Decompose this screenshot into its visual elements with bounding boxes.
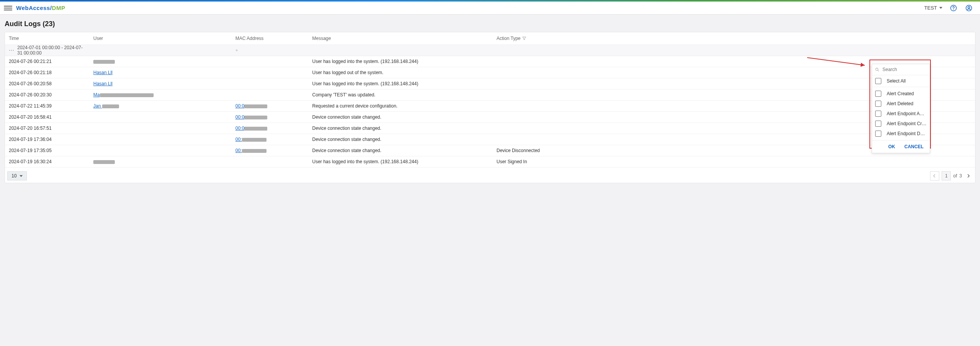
cell-message: Requested a current device configuration… bbox=[308, 103, 493, 109]
mac-link[interactable]: 00: bbox=[235, 137, 267, 142]
checkbox-icon[interactable] bbox=[875, 131, 881, 137]
user-link[interactable]: Jan bbox=[93, 103, 119, 109]
table-row[interactable]: 2024-07-26 00:20:58Hasan LllUser has log… bbox=[5, 78, 975, 89]
filter-option[interactable]: Alert Endpoint Deleted bbox=[872, 129, 930, 139]
col-time[interactable]: Time bbox=[5, 36, 89, 41]
table-row[interactable]: 2024-07-19 16:30:24User has logged into … bbox=[5, 156, 975, 167]
user-link[interactable]: Ma bbox=[93, 92, 154, 98]
table-row[interactable]: 2024-07-20 16:58:4100:0Device connection… bbox=[5, 112, 975, 123]
current-page-input[interactable]: 1 bbox=[942, 171, 951, 180]
table-row[interactable]: 2024-07-26 00:21:21User has logged into … bbox=[5, 56, 975, 67]
cell-time: 2024-07-26 00:21:18 bbox=[5, 70, 89, 75]
cell-message: User has logged into the system. (192.16… bbox=[308, 81, 493, 86]
page-size-select[interactable]: 10 bbox=[7, 171, 27, 180]
mac-link[interactable]: 00:0 bbox=[235, 114, 267, 120]
cell-time: 2024-07-26 00:21:21 bbox=[5, 59, 89, 64]
help-button[interactable] bbox=[949, 4, 958, 12]
cell-message: Company 'TEST' was updated. bbox=[308, 92, 493, 98]
total-pages: 3 bbox=[959, 173, 962, 179]
cell-time: 2024-07-19 17:36:04 bbox=[5, 137, 89, 142]
time-range-filter[interactable]: ⋯ 2024-07-01 00:00:00 - 2024-07-31 00:00… bbox=[5, 45, 89, 56]
filter-placeholder-icon: ⌖ bbox=[235, 48, 238, 53]
table-row[interactable]: 2024-07-22 11:45:39Jan 00:0Requested a c… bbox=[5, 101, 975, 112]
filter-option-label: Alert Endpoint Deleted bbox=[887, 131, 927, 136]
pagination: 1 of 3 bbox=[930, 171, 973, 180]
table-row[interactable]: 2024-07-19 17:35:0500:Device connection … bbox=[5, 145, 975, 156]
checkbox-icon[interactable] bbox=[875, 121, 881, 127]
cell-mac: 00: bbox=[232, 137, 308, 142]
cell-mac: 00:0 bbox=[232, 126, 308, 131]
cell-time: 2024-07-22 11:45:39 bbox=[5, 103, 89, 109]
col-action-type-label: Action Type bbox=[497, 36, 520, 41]
table-row[interactable]: 2024-07-20 16:57:5100:0Device connection… bbox=[5, 123, 975, 134]
prev-page-button[interactable] bbox=[930, 171, 939, 180]
cell-user bbox=[89, 59, 232, 64]
menu-toggle-button[interactable] bbox=[4, 4, 12, 12]
filter-icon bbox=[522, 36, 526, 41]
cell-message: Device connection state changed. bbox=[308, 126, 493, 131]
user-link[interactable] bbox=[93, 159, 115, 164]
checkbox-icon[interactable] bbox=[875, 91, 881, 97]
account-button[interactable] bbox=[965, 4, 973, 12]
account-circle-icon bbox=[965, 4, 973, 12]
table-row[interactable]: 2024-07-19 17:36:0400:Device connection … bbox=[5, 134, 975, 145]
svg-point-1 bbox=[953, 9, 954, 10]
filter-search[interactable] bbox=[872, 64, 930, 75]
table-row[interactable]: 2024-07-26 00:20:30MaCompany 'TEST' was … bbox=[5, 89, 975, 101]
user-link[interactable]: Hasan Lll bbox=[93, 70, 113, 75]
app-logo: WebAccess/DMP bbox=[16, 5, 65, 11]
cell-action-type: Device Disconnected bbox=[493, 148, 593, 153]
select-all-option[interactable]: Select All bbox=[872, 75, 930, 87]
mac-filter[interactable]: ⌖ bbox=[232, 48, 308, 53]
logo-text-b: DMP bbox=[52, 5, 65, 11]
svg-line-6 bbox=[878, 70, 879, 71]
filter-option[interactable]: Alert Created bbox=[872, 89, 930, 99]
col-mac[interactable]: MAC Address bbox=[232, 36, 308, 41]
cell-action-type: User Signed In bbox=[493, 159, 593, 164]
cell-message: User has logged out of the system. bbox=[308, 70, 493, 75]
chevron-left-icon bbox=[933, 174, 937, 178]
select-all-label: Select All bbox=[887, 78, 906, 84]
cell-user: Hasan Lll bbox=[89, 81, 232, 86]
user-link[interactable] bbox=[93, 59, 115, 64]
cell-message: User has logged into the system. (192.16… bbox=[308, 59, 493, 64]
checkbox-icon[interactable] bbox=[875, 78, 881, 84]
cell-user: Jan bbox=[89, 103, 232, 109]
filter-ok-button[interactable]: OK bbox=[886, 144, 897, 150]
col-action-type[interactable]: Action Type bbox=[493, 36, 593, 41]
cell-message: User has logged into the system. (192.16… bbox=[308, 159, 493, 164]
mac-link[interactable]: 00: bbox=[235, 148, 267, 153]
help-icon bbox=[950, 4, 957, 12]
mac-link[interactable]: 00:0 bbox=[235, 103, 267, 109]
col-message[interactable]: Message bbox=[308, 36, 493, 41]
mac-link[interactable]: 00:0 bbox=[235, 126, 267, 131]
page-size-value: 10 bbox=[12, 173, 17, 179]
page-title: Audit Logs (23) bbox=[5, 20, 975, 28]
checkbox-icon[interactable] bbox=[875, 111, 881, 117]
cell-message: Device connection state changed. bbox=[308, 114, 493, 120]
logo-text-a: WebAccess/ bbox=[16, 5, 52, 11]
col-user[interactable]: User bbox=[89, 36, 232, 41]
filter-cancel-button[interactable]: CANCEL bbox=[902, 144, 926, 150]
cell-user: Ma bbox=[89, 92, 232, 98]
user-link[interactable]: Hasan Lll bbox=[93, 81, 113, 86]
cell-user: Hasan Lll bbox=[89, 70, 232, 75]
action-type-filter-popup: Select All Alert CreatedAlert DeletedAle… bbox=[872, 64, 930, 153]
filter-option[interactable]: Alert Deleted bbox=[872, 99, 930, 109]
svg-point-3 bbox=[968, 6, 970, 8]
cell-time: 2024-07-26 00:20:58 bbox=[5, 81, 89, 86]
table-row[interactable]: 2024-07-26 00:21:18Hasan LllUser has log… bbox=[5, 67, 975, 78]
cell-time: 2024-07-19 17:35:05 bbox=[5, 148, 89, 153]
filter-option[interactable]: Alert Endpoint Assignmen… bbox=[872, 109, 930, 119]
filter-options-list: Alert CreatedAlert DeletedAlert Endpoint… bbox=[872, 87, 930, 140]
cell-time: 2024-07-26 00:20:30 bbox=[5, 92, 89, 98]
checkbox-icon[interactable] bbox=[875, 101, 881, 107]
user-menu-button[interactable]: TEST bbox=[924, 5, 942, 11]
cell-message: Device connection state changed. bbox=[308, 137, 493, 142]
drag-handle-icon: ⋯ bbox=[9, 47, 15, 53]
next-page-button[interactable] bbox=[964, 172, 973, 180]
of-label: of bbox=[953, 173, 957, 179]
filter-search-input[interactable] bbox=[882, 66, 927, 73]
cell-time: 2024-07-20 16:58:41 bbox=[5, 114, 89, 120]
filter-option[interactable]: Alert Endpoint Created bbox=[872, 119, 930, 129]
